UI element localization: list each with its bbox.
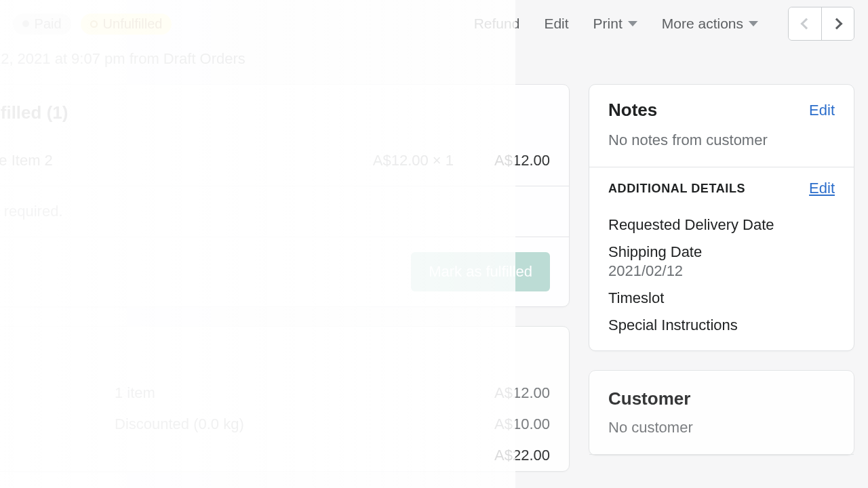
print-dropdown[interactable]: Print xyxy=(593,16,637,32)
summary-row: 1 item A$12.00 xyxy=(0,378,569,409)
summary-items-value: A$12.00 xyxy=(494,384,550,402)
mark-fulfilled-button[interactable]: Mark as fulfilled xyxy=(411,252,550,291)
additional-details-list: Requested Delivery Date Shipping Date 20… xyxy=(589,203,854,350)
summary-discount-label: Discounted (0.0 kg) xyxy=(115,415,494,433)
chevron-down-icon xyxy=(628,21,637,26)
line-item-rate: A$12.00 × 1 xyxy=(373,152,454,169)
summary-row: A$22.00 xyxy=(0,440,569,471)
badge-unfulfilled: Unfulfilled xyxy=(81,14,172,35)
more-actions-label: More actions xyxy=(662,16,743,32)
line-item-total: A$12.00 xyxy=(494,152,550,169)
dot-icon xyxy=(22,20,29,27)
chevron-left-icon xyxy=(801,18,812,30)
summary-items-label: 1 item xyxy=(115,384,494,402)
order-subtitle: uary 12, 2021 at 9:07 pm from Draft Orde… xyxy=(0,50,854,68)
summary-card: d 1 item A$12.00 Discounted (0.0 kg) A$1… xyxy=(0,326,570,472)
detail-timeslot-label: Timeslot xyxy=(608,289,835,307)
detail-instructions-label: Special Instructions xyxy=(608,317,835,334)
badge-unfulfilled-label: Unfulfilled xyxy=(103,16,163,32)
edit-button[interactable]: Edit xyxy=(544,16,568,32)
chevron-down-icon xyxy=(749,21,758,26)
badge-paid: Paid xyxy=(13,14,71,35)
additional-details-heading: ADDITIONAL DETAILS xyxy=(608,182,745,196)
shipping-note: not required. xyxy=(0,186,569,237)
more-actions-dropdown[interactable]: More actions xyxy=(662,16,758,32)
notes-title: Notes xyxy=(608,100,657,121)
detail-delivery-date-label: Requested Delivery Date xyxy=(608,216,835,234)
additional-details-edit-link[interactable]: Edit xyxy=(809,180,835,197)
unfulfilled-title: fulfilled (1) xyxy=(0,85,569,136)
badge-paid-label: Paid xyxy=(35,16,62,32)
customer-card: Customer No customer xyxy=(589,370,854,455)
prev-order-button[interactable] xyxy=(789,7,821,40)
summary-row: Discounted (0.0 kg) A$10.00 xyxy=(0,409,569,440)
line-item-name: Line Item 2 xyxy=(0,152,373,169)
next-order-button[interactable] xyxy=(821,7,854,40)
summary-items-blank xyxy=(0,384,115,402)
chevron-right-icon xyxy=(831,18,842,30)
customer-title: Customer xyxy=(589,371,854,419)
order-header: 002 Paid Unfulfilled Refund Edit Print M… xyxy=(0,7,868,68)
refund-button[interactable]: Refund xyxy=(474,16,520,32)
notes-card: Notes Edit No notes from customer ADDITI… xyxy=(589,84,854,351)
print-label: Print xyxy=(593,16,623,32)
summary-title: d xyxy=(0,327,569,378)
header-actions: Refund Edit Print More actions xyxy=(474,7,854,41)
pager xyxy=(788,7,854,41)
divider xyxy=(589,454,854,455)
notes-edit-link[interactable]: Edit xyxy=(809,102,835,119)
customer-empty-text: No customer xyxy=(589,419,854,454)
summary-total-value: A$22.00 xyxy=(494,447,550,464)
detail-shipping-date-value: 2021/02/12 xyxy=(608,262,835,280)
notes-empty-text: No notes from customer xyxy=(589,131,854,167)
summary-discount-value: A$10.00 xyxy=(494,415,550,433)
ring-icon xyxy=(90,20,98,28)
line-item-row: Line Item 2 A$12.00 × 1 A$12.00 xyxy=(0,136,569,186)
unfulfilled-card: fulfilled (1) Line Item 2 A$12.00 × 1 A$… xyxy=(0,84,570,307)
detail-shipping-date-label: Shipping Date xyxy=(608,243,835,261)
